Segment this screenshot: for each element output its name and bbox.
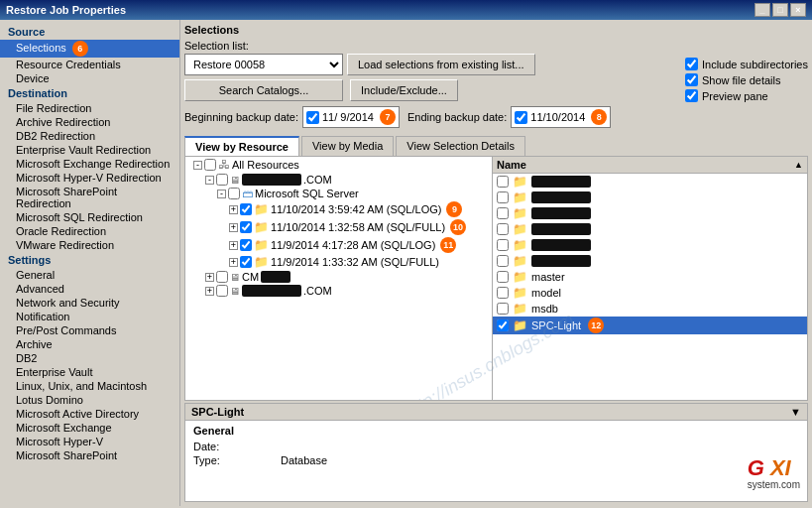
preview-pane-checkbox[interactable]: Preview pane — [685, 89, 808, 102]
tree-item-backup-3[interactable]: + 📁 11/9/2014 4:17:28 AM (SQL/LOG) 11 — [185, 236, 492, 254]
sidebar-item-ms-sharepoint[interactable]: Microsoft SharePoint — [0, 448, 179, 462]
sidebar-item-archive-redirection[interactable]: Archive Redirection — [0, 115, 179, 129]
tree-item-backup-2[interactable]: + 📁 11/10/2014 1:32:58 AM (SQL/FULL) 10 — [185, 218, 492, 236]
sidebar-item-linux-unix-mac[interactable]: Linux, Unix, and Macintosh — [0, 379, 179, 393]
sidebar-label-resource-credentials: Resource Credentials — [16, 59, 121, 70]
search-catalogs-button[interactable]: Search Catalogs... — [184, 79, 343, 101]
ending-date-input[interactable]: 11/10/2014 8 — [511, 106, 611, 128]
all-resources-label: All Resources — [232, 159, 299, 171]
com-server-2-icon: 🖥 — [230, 286, 240, 297]
file-row-blacked-2[interactable]: 📁 — [493, 190, 807, 205]
expand-all-resources[interactable]: - — [193, 161, 202, 170]
show-file-details-checkbox[interactable]: Show file details — [685, 73, 808, 86]
sidebar-item-file-redirection[interactable]: File Redirection — [0, 101, 179, 115]
sidebar-section-destination: Destination — [0, 85, 179, 101]
sidebar-item-network-security[interactable]: Network and Security — [0, 296, 179, 310]
file-label-model: model — [531, 287, 561, 299]
tree-item-backup-1[interactable]: + 📁 11/10/2014 3:59:42 AM (SQL/LOG) 9 — [185, 200, 492, 218]
tab-view-by-resource[interactable]: View by Resource — [184, 136, 299, 156]
selection-list-dropdown[interactable]: Restore 00058 — [184, 54, 343, 75]
sidebar-item-db2[interactable]: DB2 — [0, 351, 179, 365]
file-panel: Name ▲ 📁 📁 📁 📁 📁 📁 📁master 📁model 📁msdb — [493, 157, 807, 400]
badge-9: 9 — [446, 201, 462, 217]
sidebar-item-db2-redirection[interactable]: DB2 Redirection — [0, 129, 179, 143]
maximize-button[interactable]: □ — [772, 3, 788, 17]
file-row-msdb[interactable]: 📁msdb — [493, 301, 807, 317]
logo-area: G XI system.com — [748, 457, 800, 490]
tree-item-backup-4[interactable]: + 📁 11/9/2014 1:33:32 AM (SQL/FULL) — [185, 254, 492, 270]
sidebar-item-ev-redirection[interactable]: Enterprise Vault Redirection — [0, 143, 179, 157]
sidebar-item-hyperv-redirection[interactable]: Microsoft Hyper-V Redirection — [0, 171, 179, 185]
network-icon: 🖧 — [218, 158, 230, 172]
file-row-blacked-1[interactable]: 📁 — [493, 174, 807, 190]
sidebar-item-ms-active-directory[interactable]: Microsoft Active Directory — [0, 407, 179, 421]
tree-item-cm-server[interactable]: + 🖥 CM — [185, 270, 492, 284]
beginning-date-input[interactable]: 11/ 9/2014 7 — [302, 106, 400, 128]
load-selections-button[interactable]: Load selections from existing list... — [347, 54, 535, 75]
sidebar-item-advanced[interactable]: Advanced — [0, 282, 179, 296]
expand-com-server-2[interactable]: + — [205, 287, 214, 296]
tree-item-com-server[interactable]: - 🖥 .COM — [185, 173, 492, 187]
file-label-blacked-6 — [531, 255, 591, 267]
sidebar-item-exchange-redirection[interactable]: Microsoft Exchange Redirection — [0, 157, 179, 171]
folder-icon-r2: 📁 — [513, 190, 527, 204]
cm-server-name — [261, 271, 290, 283]
sidebar-item-notification[interactable]: Notification — [0, 310, 179, 323]
sidebar-section-settings: Settings — [0, 252, 179, 268]
ending-date-label: Ending backup date: — [407, 111, 507, 123]
file-row-blacked-5[interactable]: 📁 — [493, 237, 807, 253]
sidebar-item-sharepoint-redirection[interactable]: Microsoft SharePoint Redirection — [0, 185, 179, 210]
expand-com-server[interactable]: - — [205, 176, 214, 185]
include-exclude-button[interactable]: Include/Exclude... — [350, 79, 458, 101]
detail-type-value: Database — [281, 454, 327, 466]
window-title: Restore Job Properties — [6, 4, 126, 16]
tab-view-selection-details[interactable]: View Selection Details — [396, 136, 525, 156]
sort-arrow: ▲ — [794, 160, 803, 170]
tree-item-all-resources[interactable]: - 🖧 All Resources — [185, 157, 492, 173]
file-label-spc-light: SPC-Light — [531, 319, 581, 331]
include-subdirectories-checkbox[interactable]: Include subdirectories — [685, 58, 808, 70]
sidebar-item-resource-credentials[interactable]: Resource Credentials — [0, 58, 179, 71]
file-row-model[interactable]: 📁model — [493, 285, 807, 301]
sidebar-item-device[interactable]: Device — [0, 71, 179, 85]
sidebar-item-enterprise-vault[interactable]: Enterprise Vault — [0, 365, 179, 379]
db-icon: 🗃 — [242, 188, 253, 199]
sidebar-item-general[interactable]: General — [0, 268, 179, 282]
expand-backup-3[interactable]: + — [229, 241, 238, 250]
folder-icon-1: 📁 — [254, 202, 269, 216]
file-row-blacked-3[interactable]: 📁 — [493, 205, 807, 221]
file-row-master[interactable]: 📁master — [493, 269, 807, 285]
com-server-tld: .COM — [303, 174, 332, 186]
title-bar: Restore Job Properties _ □ × — [0, 0, 812, 20]
minimize-button[interactable]: _ — [754, 3, 770, 17]
include-subdirectories-label: Include subdirectories — [702, 59, 808, 70]
sidebar-item-ms-exchange[interactable]: Microsoft Exchange — [0, 421, 179, 435]
sidebar-item-ms-hyperv[interactable]: Microsoft Hyper-V — [0, 435, 179, 448]
sidebar-item-pre-post[interactable]: Pre/Post Commands — [0, 323, 179, 337]
sidebar-label-selections: Selections — [16, 42, 66, 54]
close-button[interactable]: × — [790, 3, 806, 17]
sidebar-item-selections[interactable]: Selections 6 — [0, 40, 179, 58]
expand-backup-2[interactable]: + — [229, 223, 238, 232]
tab-view-by-media[interactable]: View by Media — [301, 136, 394, 156]
sidebar-item-archive[interactable]: Archive — [0, 337, 179, 351]
expand-backup-4[interactable]: + — [229, 258, 238, 267]
detail-date-label: Date: — [193, 441, 273, 452]
sidebar-item-vmware-redirection[interactable]: VMware Redirection — [0, 238, 179, 252]
sidebar-item-lotus-domino[interactable]: Lotus Domino — [0, 393, 179, 407]
tree-item-sql-server[interactable]: - 🗃 Microsoft SQL Server — [185, 187, 492, 200]
file-row-spc-light[interactable]: 📁 SPC-Light 12 — [493, 317, 807, 334]
folder-icon-r3: 📁 — [513, 206, 527, 220]
file-label-blacked-3 — [531, 207, 591, 219]
tree-item-com-server-2[interactable]: + 🖥 .COM — [185, 284, 492, 298]
sidebar-item-oracle-redirection[interactable]: Oracle Redirection — [0, 224, 179, 238]
file-row-blacked-6[interactable]: 📁 — [493, 253, 807, 269]
expand-sql-server[interactable]: - — [217, 190, 226, 198]
detail-pane-collapse-icon[interactable]: ▼ — [790, 406, 801, 418]
folder-icon-msdb: 📁 — [513, 302, 527, 316]
file-row-blacked-4[interactable]: 📁 — [493, 221, 807, 237]
sidebar-item-sql-redirection[interactable]: Microsoft SQL Redirection — [0, 210, 179, 224]
expand-backup-1[interactable]: + — [229, 205, 238, 214]
expand-cm-server[interactable]: + — [205, 273, 214, 282]
preview-pane-label: Preview pane — [702, 90, 768, 102]
